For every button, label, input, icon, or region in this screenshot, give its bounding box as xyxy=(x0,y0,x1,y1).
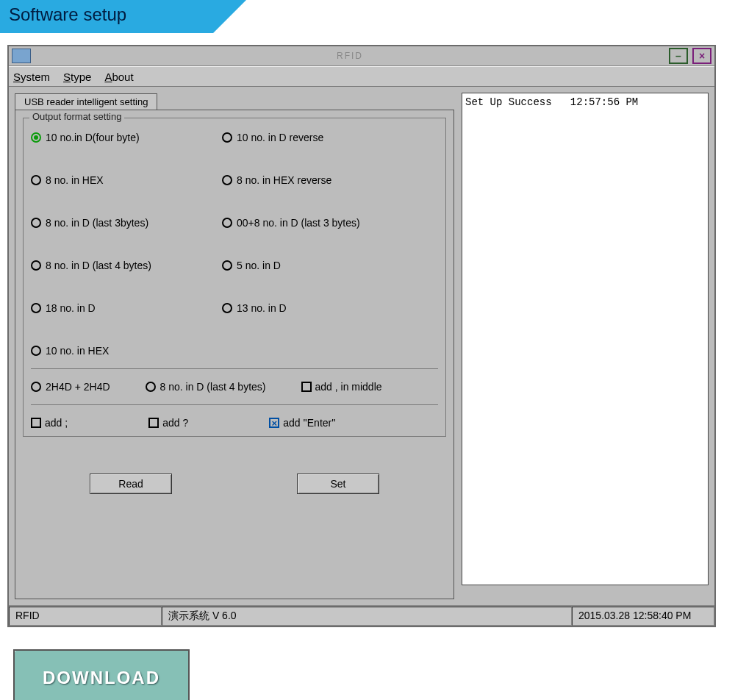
window-title: RFID xyxy=(31,51,669,61)
status-left: RFID xyxy=(9,607,162,626)
radio-10d-four-byte[interactable]: 10 no.in D(four byte) xyxy=(31,132,222,143)
app-window: RFID – × System Stype About USB reader i… xyxy=(7,45,716,627)
radio-8d-last4[interactable]: 8 no. in D (last 4 bytes) xyxy=(31,260,222,271)
tab-usb-reader[interactable]: USB reader intelligent setting xyxy=(15,93,157,110)
status-right: 2015.03.28 12:58:40 PM xyxy=(572,607,714,626)
radio-13d[interactable]: 13 no. in D xyxy=(222,302,442,314)
checkbox-icon xyxy=(31,418,41,428)
radio-2h4d[interactable]: 2H4D + 2H4D xyxy=(31,381,110,393)
check-add-question[interactable]: add ? xyxy=(148,417,188,429)
statusbar: RFID 演示系统 V 6.0 2015.03.28 12:58:40 PM xyxy=(9,605,714,626)
check-add-semicolon[interactable]: add ; xyxy=(31,417,68,429)
radio-8hex-reverse[interactable]: 8 no. in HEX reverse xyxy=(222,174,442,186)
radio-icon xyxy=(222,260,232,271)
radio-icon xyxy=(31,303,41,313)
radio-icon xyxy=(222,218,232,228)
radio-icon xyxy=(222,175,232,185)
page-banner: Software setup xyxy=(0,0,735,33)
close-button[interactable]: × xyxy=(692,48,711,64)
app-icon xyxy=(12,49,31,63)
radio-18d[interactable]: 18 no. in D xyxy=(31,302,222,314)
log-output: Set Up Success 12:57:56 PM xyxy=(462,93,709,585)
banner-title: Software setup xyxy=(9,4,126,25)
checkbox-icon: × xyxy=(269,418,279,428)
menu-system[interactable]: System xyxy=(13,71,50,83)
radio-icon xyxy=(31,175,41,185)
menu-about[interactable]: About xyxy=(104,71,133,83)
checkbox-icon xyxy=(301,382,312,392)
radio-10d-reverse[interactable]: 10 no. in D reverse xyxy=(222,132,442,143)
minimize-button[interactable]: – xyxy=(669,48,688,64)
menu-stype[interactable]: Stype xyxy=(63,71,91,83)
download-button[interactable]: DOWNLOAD xyxy=(13,649,190,700)
settings-panel: Output format setting 10 no.in D(four by… xyxy=(15,110,454,599)
radio-8d-last4-b[interactable]: 8 no. in D (last 4 bytes) xyxy=(146,381,266,393)
menubar: System Stype About xyxy=(9,66,714,87)
fieldset-legend: Output format setting xyxy=(29,111,124,122)
checkbox-icon xyxy=(148,418,159,428)
read-button[interactable]: Read xyxy=(90,474,172,494)
radio-8hex[interactable]: 8 no. in HEX xyxy=(31,174,222,186)
check-add-enter[interactable]: ×add ''Enter'' xyxy=(269,417,335,429)
radio-5d[interactable]: 5 no. in D xyxy=(222,260,442,271)
radio-icon xyxy=(146,382,156,392)
radio-icon xyxy=(31,260,41,271)
set-button[interactable]: Set xyxy=(297,474,379,494)
radio-icon xyxy=(222,303,232,313)
radio-10hex[interactable]: 10 no. in HEX xyxy=(31,345,222,357)
radio-icon xyxy=(31,132,41,143)
titlebar: RFID – × xyxy=(9,46,714,66)
radio-8d-last3[interactable]: 8 no. in D (last 3bytes) xyxy=(31,217,222,229)
status-mid: 演示系统 V 6.0 xyxy=(162,607,572,626)
radio-008d-last3[interactable]: 00+8 no. in D (last 3 bytes) xyxy=(222,217,442,229)
radio-icon xyxy=(31,218,41,228)
output-format-fieldset: Output format setting 10 no.in D(four by… xyxy=(23,118,446,437)
radio-icon xyxy=(222,132,232,143)
radio-icon xyxy=(31,346,41,356)
radio-icon xyxy=(31,382,41,392)
check-add-comma-middle[interactable]: add , in middle xyxy=(301,381,382,393)
